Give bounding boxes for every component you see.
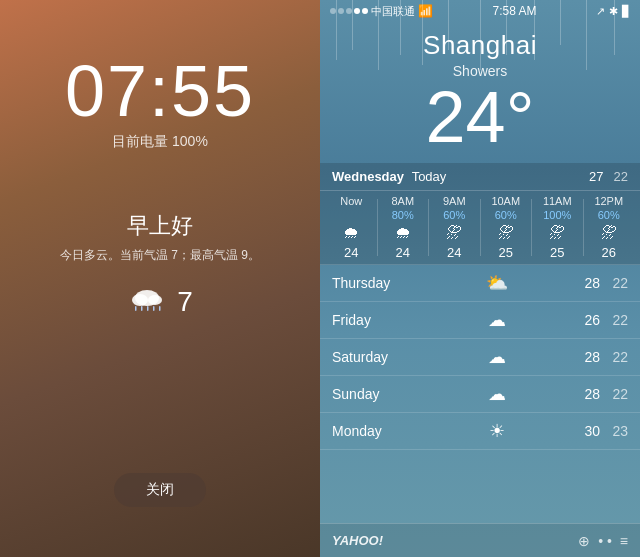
- signal-dot-4: [354, 8, 360, 14]
- signal-dot-1: [330, 8, 336, 14]
- wifi-icon: 📶: [418, 4, 433, 18]
- forecast-day: Sunday: [332, 386, 422, 402]
- forecast-row-3: Sunday ☁ 28 22: [320, 376, 640, 413]
- hour-icon: ⛈: [601, 223, 617, 243]
- hour-col-0: Now . 🌧 24: [326, 195, 377, 260]
- day-header: Wednesday Today 27 22: [320, 163, 640, 191]
- hour-col-5: 12PM 60% ⛈ 26: [584, 195, 635, 260]
- forecast-high: 28: [572, 275, 600, 291]
- lock-time: 07:55: [65, 55, 255, 127]
- location-status-icon: ↗: [596, 5, 605, 18]
- svg-rect-5: [147, 306, 149, 311]
- weather-app: 中国联通 📶 7:58 AM ↗ ✱ ▊ Shanghai Showers 24…: [320, 0, 640, 557]
- lock-greeting: 早上好: [127, 211, 193, 241]
- status-bar: 中国联通 📶 7:58 AM ↗ ✱ ▊: [320, 0, 640, 22]
- svg-rect-6: [153, 306, 155, 311]
- signal-dot-5: [362, 8, 368, 14]
- svg-rect-4: [141, 306, 143, 311]
- yahoo-logo: YAHOO!: [332, 533, 383, 548]
- hour-precip: 60%: [598, 209, 620, 221]
- svg-rect-3: [135, 306, 137, 311]
- forecast-icon: ☁: [422, 383, 572, 405]
- forecast-high: 28: [572, 386, 600, 402]
- svg-point-1: [132, 294, 148, 306]
- svg-rect-7: [159, 306, 161, 311]
- hour-precip: 100%: [543, 209, 571, 221]
- hour-icon: ⛈: [549, 223, 565, 243]
- forecast-low: 22: [600, 275, 628, 291]
- battery-icon: ▊: [622, 5, 630, 18]
- today-high: 27: [589, 169, 603, 184]
- hour-label: 10AM: [491, 195, 520, 207]
- hourly-section: Wednesday Today 27 22 Now . 🌧 24 8AM 80%…: [320, 163, 640, 265]
- forecast-row-1: Friday ☁ 26 22: [320, 302, 640, 339]
- status-time: 7:58 AM: [492, 4, 536, 18]
- forecast-day-label: Wednesday: [332, 169, 404, 184]
- status-right: ↗ ✱ ▊: [596, 5, 630, 18]
- svg-point-2: [148, 295, 162, 305]
- forecast-high: 28: [572, 349, 600, 365]
- hour-precip: 60%: [443, 209, 465, 221]
- forecast-day: Monday: [332, 423, 422, 439]
- hour-icon: ⛈: [498, 223, 514, 243]
- forecast-low: 22: [600, 312, 628, 328]
- lock-temp: 7: [177, 286, 193, 318]
- hour-label: 8AM: [391, 195, 414, 207]
- forecast-day: Saturday: [332, 349, 422, 365]
- forecast-row-2: Saturday ☁ 28 22: [320, 339, 640, 376]
- hour-label: Now: [340, 195, 362, 207]
- hour-icon: 🌧: [343, 223, 359, 243]
- menu-icon[interactable]: ≡: [620, 533, 628, 549]
- hour-temp: 24: [447, 245, 461, 260]
- day-header-temps: 27 22: [589, 169, 628, 184]
- lock-screen: 07:55 目前电量 100% 早上好 今日多云。当前气温 7；最高气温 9。 …: [0, 0, 320, 557]
- bottom-bar: YAHOO! ⊕ • • ≡: [320, 523, 640, 557]
- forecast-icon: ☀: [422, 420, 572, 442]
- today-low: 22: [614, 169, 628, 184]
- hour-precip: 60%: [495, 209, 517, 221]
- status-signal: [330, 8, 368, 14]
- hour-icon: 🌧: [395, 223, 411, 243]
- forecast-day: Thursday: [332, 275, 422, 291]
- hourly-row: Now . 🌧 24 8AM 80% 🌧 24 9AM 60% ⛈ 24 10A…: [320, 191, 640, 265]
- forecast-icon: ☁: [422, 346, 572, 368]
- carrier-label: 中国联通: [371, 4, 415, 19]
- location-icon[interactable]: ⊕: [578, 533, 590, 549]
- city-section: Shanghai Showers 24°: [320, 22, 640, 153]
- hour-temp: 25: [550, 245, 564, 260]
- forecast-high: 30: [572, 423, 600, 439]
- forecast-row-4: Monday ☀ 30 23: [320, 413, 640, 450]
- hour-label: 12PM: [594, 195, 623, 207]
- today-label: Today: [412, 169, 447, 184]
- forecast-low: 22: [600, 349, 628, 365]
- hour-label: 11AM: [543, 195, 572, 207]
- forecast-icon: ☁: [422, 309, 572, 331]
- close-button[interactable]: 关闭: [114, 473, 206, 507]
- forecast-low: 22: [600, 386, 628, 402]
- forecast-day: Friday: [332, 312, 422, 328]
- signal-dot-2: [338, 8, 344, 14]
- page-dots-icon: • •: [598, 533, 612, 549]
- signal-dot-3: [346, 8, 352, 14]
- hour-temp: 25: [499, 245, 513, 260]
- hour-col-2: 9AM 60% ⛈ 24: [429, 195, 480, 260]
- forecast-high: 26: [572, 312, 600, 328]
- lock-weather-icon: [127, 284, 167, 319]
- forecast-row-0: Thursday ⛅ 28 22: [320, 265, 640, 302]
- status-left: 中国联通 📶: [330, 4, 433, 19]
- hour-temp: 24: [396, 245, 410, 260]
- hour-temp: 26: [602, 245, 616, 260]
- day-header-left: Wednesday Today: [332, 169, 446, 184]
- forecast-icon: ⛅: [422, 272, 572, 294]
- forecast-list: Thursday ⛅ 28 22 Friday ☁ 26 22 Saturday…: [320, 265, 640, 523]
- hour-col-3: 10AM 60% ⛈ 25: [481, 195, 532, 260]
- bluetooth-icon: ✱: [609, 5, 618, 18]
- hour-col-4: 11AM 100% ⛈ 25: [532, 195, 583, 260]
- city-temp: 24°: [320, 81, 640, 153]
- hour-icon: ⛈: [446, 223, 462, 243]
- hour-precip: 80%: [392, 209, 414, 221]
- lock-weather-desc: 今日多云。当前气温 7；最高气温 9。: [60, 247, 260, 264]
- hour-precip: .: [350, 209, 353, 221]
- hour-col-1: 8AM 80% 🌧 24: [378, 195, 429, 260]
- forecast-low: 23: [600, 423, 628, 439]
